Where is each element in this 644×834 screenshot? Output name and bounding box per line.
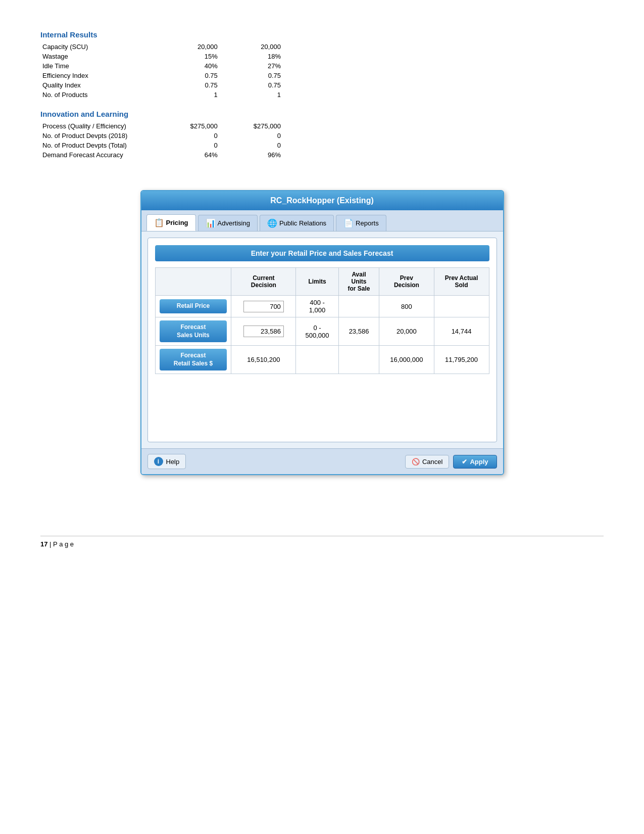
table-row: Quality Index 0.75 0.75 bbox=[40, 80, 283, 90]
row-col1: 20,000 bbox=[157, 42, 220, 52]
prev-decision-retail-sales: 16,000,000 bbox=[379, 346, 434, 374]
col-header-avail-units: AvailUnitsfor Sale bbox=[338, 268, 379, 296]
row-label: Capacity (SCU) bbox=[40, 42, 157, 52]
retail-price-button[interactable]: Retail Price bbox=[160, 299, 227, 313]
tab-advertising-label: Advertising bbox=[218, 219, 250, 227]
help-icon: i bbox=[154, 457, 163, 466]
row-col1: 0 bbox=[157, 141, 220, 150]
cancel-label: Cancel bbox=[422, 458, 442, 466]
current-decision-retail-sales: 16,510,200 bbox=[231, 346, 296, 374]
prev-actual-sold-retail bbox=[434, 296, 489, 317]
col-header-limits: Limits bbox=[296, 268, 338, 296]
table-row: No. of Product Devpts (2018) 0 0 bbox=[40, 131, 283, 141]
apply-label: Apply bbox=[470, 458, 488, 466]
label-cell-forecast-sales-units: ForecastSales Units bbox=[155, 317, 231, 346]
row-col2: 0.75 bbox=[220, 71, 283, 80]
current-decision-forecast-units bbox=[231, 317, 296, 346]
dialog-wrapper: RC_RockHopper (Existing) 📋 Pricing 📊 Adv… bbox=[40, 190, 604, 475]
row-col2: 0 bbox=[220, 141, 283, 150]
reports-icon: 📄 bbox=[343, 218, 354, 228]
table-row: Idle Time 40% 27% bbox=[40, 61, 283, 71]
dialog-titlebar: RC_RockHopper (Existing) bbox=[141, 191, 503, 210]
table-row: Capacity (SCU) 20,000 20,000 bbox=[40, 42, 283, 52]
table-row: No. of Product Devpts (Total) 0 0 bbox=[40, 141, 283, 150]
row-col2: $275,000 bbox=[220, 121, 283, 131]
row-col2: 27% bbox=[220, 61, 283, 71]
retail-price-input[interactable] bbox=[243, 301, 284, 312]
internal-results-title: Internal Results bbox=[40, 30, 604, 39]
row-label: No. of Products bbox=[40, 90, 157, 100]
avail-units-forecast: 23,586 bbox=[338, 317, 379, 346]
tab-pricing[interactable]: 📋 Pricing bbox=[146, 214, 196, 231]
forecast-retail-sales-button[interactable]: ForecastRetail Sales $ bbox=[160, 349, 227, 370]
help-button[interactable]: i Help bbox=[147, 454, 186, 469]
table-row-forecast-retail-sales: ForecastRetail Sales $ 16,510,200 16,000… bbox=[155, 346, 489, 374]
row-label: Demand Forecast Accuracy bbox=[40, 150, 157, 160]
tab-reports-label: Reports bbox=[356, 219, 379, 227]
dialog: RC_RockHopper (Existing) 📋 Pricing 📊 Adv… bbox=[140, 190, 504, 475]
row-label: Efficiency Index bbox=[40, 71, 157, 80]
col-header-prev-decision: PrevDecision bbox=[379, 268, 434, 296]
tab-pricing-label: Pricing bbox=[166, 219, 188, 226]
row-col1: 1 bbox=[157, 90, 220, 100]
row-label: Process (Quality / Efficiency) bbox=[40, 121, 157, 131]
table-row: No. of Products 1 1 bbox=[40, 90, 283, 100]
row-label: Quality Index bbox=[40, 80, 157, 90]
row-col1: 0.75 bbox=[157, 80, 220, 90]
dialog-content: Enter your Retail Price and Sales Foreca… bbox=[147, 238, 497, 442]
innovation-learning-title: Innovation and Learning bbox=[40, 110, 604, 118]
row-label: Wastage bbox=[40, 52, 157, 61]
row-col1: 64% bbox=[157, 150, 220, 160]
row-label: No. of Product Devpts (Total) bbox=[40, 141, 157, 150]
footer-right-buttons: 🚫 Cancel ✔ Apply bbox=[405, 455, 497, 469]
apply-check-icon: ✔ bbox=[462, 458, 467, 466]
row-col1: 0.75 bbox=[157, 71, 220, 80]
row-col2: 1 bbox=[220, 90, 283, 100]
innovation-learning-table: Process (Quality / Efficiency) $275,000 … bbox=[40, 121, 283, 160]
label-cell-retail-price: Retail Price bbox=[155, 296, 231, 317]
limits-retail: 400 -1,000 bbox=[296, 296, 338, 317]
advertising-icon: 📊 bbox=[206, 218, 216, 228]
table-row: Demand Forecast Accuracy 64% 96% bbox=[40, 150, 283, 160]
form-header: Enter your Retail Price and Sales Foreca… bbox=[155, 245, 489, 261]
forecast-sales-units-button[interactable]: ForecastSales Units bbox=[160, 320, 227, 342]
row-col2: 20,000 bbox=[220, 42, 283, 52]
row-col2: 96% bbox=[220, 150, 283, 160]
current-decision-retail bbox=[231, 296, 296, 317]
page-number: 17 bbox=[40, 540, 47, 548]
pricing-table: CurrentDecision Limits AvailUnitsfor Sal… bbox=[155, 267, 489, 374]
table-row-retail-price: Retail Price 400 -1,000 800 bbox=[155, 296, 489, 317]
forecast-sales-units-input[interactable] bbox=[243, 326, 284, 337]
label-cell-forecast-retail-sales: ForecastRetail Sales $ bbox=[155, 346, 231, 374]
cancel-icon: 🚫 bbox=[412, 458, 420, 466]
internal-results-section: Internal Results Capacity (SCU) 20,000 2… bbox=[40, 30, 604, 160]
limits-forecast-units: 0 -500,000 bbox=[296, 317, 338, 346]
cancel-button[interactable]: 🚫 Cancel bbox=[405, 455, 449, 469]
internal-results-table: Capacity (SCU) 20,000 20,000 Wastage 15%… bbox=[40, 42, 283, 100]
row-col1: 40% bbox=[157, 61, 220, 71]
tab-advertising[interactable]: 📊 Advertising bbox=[198, 215, 258, 231]
row-label: No. of Product Devpts (2018) bbox=[40, 131, 157, 141]
col-header-prev-actual-sold: Prev ActualSold bbox=[434, 268, 489, 296]
prev-decision-forecast-units: 20,000 bbox=[379, 317, 434, 346]
table-row: Wastage 15% 18% bbox=[40, 52, 283, 61]
apply-button[interactable]: ✔ Apply bbox=[453, 455, 497, 469]
row-col2: 0 bbox=[220, 131, 283, 141]
empty-area bbox=[155, 374, 489, 435]
tab-reports[interactable]: 📄 Reports bbox=[336, 215, 386, 231]
pricing-icon: 📋 bbox=[154, 218, 164, 227]
help-label: Help bbox=[166, 458, 180, 466]
dialog-footer: i Help 🚫 Cancel ✔ Apply bbox=[141, 448, 503, 474]
avail-units-retail-sales bbox=[338, 346, 379, 374]
prev-actual-sold-forecast-units: 14,744 bbox=[434, 317, 489, 346]
row-col1: $275,000 bbox=[157, 121, 220, 131]
table-row-forecast-sales-units: ForecastSales Units 0 -500,000 23,586 20… bbox=[155, 317, 489, 346]
table-row: Process (Quality / Efficiency) $275,000 … bbox=[40, 121, 283, 131]
limits-retail-sales bbox=[296, 346, 338, 374]
row-col2: 18% bbox=[220, 52, 283, 61]
table-row: Efficiency Index 0.75 0.75 bbox=[40, 71, 283, 80]
dialog-tabs: 📋 Pricing 📊 Advertising 🌐 Public Relatio… bbox=[141, 210, 503, 231]
row-col1: 15% bbox=[157, 52, 220, 61]
col-header-empty bbox=[155, 268, 231, 296]
tab-public-relations[interactable]: 🌐 Public Relations bbox=[260, 215, 334, 231]
